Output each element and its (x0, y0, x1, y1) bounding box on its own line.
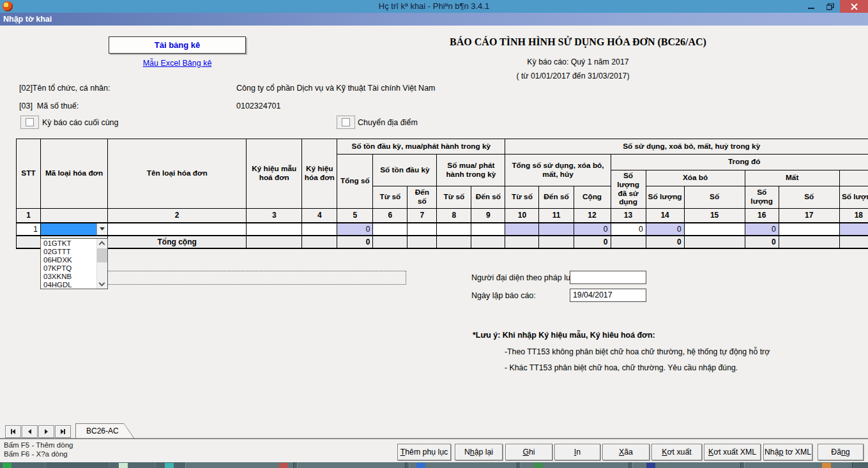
ma-loai-combobox-cell[interactable] (41, 223, 108, 236)
report-title: BÁO CÁO TÌNH HÌNH SỬ DỤNG HÓA ĐƠN (BC26/… (358, 36, 798, 48)
report-date-input[interactable]: 19/04/2017 (570, 289, 646, 302)
xoa-button[interactable]: Xãa (602, 444, 650, 460)
status-hint-f6: Bấm F6 - X?a dòng (4, 450, 68, 458)
checkbox-box[interactable] (26, 118, 34, 126)
taskbar-button[interactable] (185, 462, 294, 468)
ket-xuat-button[interactable]: Kơt xuất (651, 444, 702, 460)
col-header-tu-so: Từ số (373, 186, 407, 209)
dropdown-option[interactable]: 03XKNB (41, 273, 96, 281)
dropdown-scrollbar[interactable] (96, 239, 107, 289)
taskbar-icon[interactable] (165, 463, 174, 468)
cell-ky-hieu-mau[interactable] (247, 223, 302, 236)
status-hint-f5: Bấm F5 - Thêm dòng (4, 441, 73, 449)
col-header-den-so: Đến số (471, 186, 505, 209)
taskbar-icon[interactable] (822, 463, 831, 468)
cell-c6[interactable] (373, 223, 407, 236)
ma-loai-combobox[interactable] (41, 223, 107, 235)
first-sheet-icon[interactable] (5, 425, 21, 438)
cell-c17[interactable] (779, 223, 839, 236)
nhap-lai-button[interactable]: Nhập lại (455, 444, 503, 460)
ghi-button[interactable]: Ghi (505, 444, 552, 460)
tax-code-value: 0102324701 (236, 102, 281, 110)
taskbar-icon[interactable] (119, 463, 128, 468)
dropdown-option[interactable]: 01GTKT (41, 239, 96, 248)
taskbar-icon[interactable] (646, 463, 655, 468)
other-invoice-name-field[interactable] (107, 271, 406, 285)
nhap-to-xml-button[interactable]: Nhập tơ XML (763, 444, 812, 460)
window-title: Hç trî kª khai - Phiªn b¶n 3.4.1 (0, 0, 868, 13)
dropdown-option[interactable]: 04HGDL (41, 281, 96, 289)
col-header-so-luong: Số lượng (839, 186, 868, 209)
taskbar-button[interactable] (297, 462, 406, 468)
cell-c16: 0 (745, 223, 779, 236)
cell-c14: 0 (646, 223, 684, 236)
row-index-cell: 1 (17, 223, 41, 236)
load-bang-ke-button[interactable]: Tải bảng kê (109, 36, 246, 54)
taskbar-icon[interactable] (534, 463, 543, 468)
table-row: 1 0 0 0 0 (17, 223, 868, 236)
representative-input[interactable] (570, 271, 646, 284)
sheet-tab-bar: BC26-AC (0, 421, 868, 439)
column-number-row: 1 2 3 4 5 6 7 8 9 10 11 12 13 14 15 16 1… (17, 209, 868, 223)
col-header-ky-hieu-mau: Ký hiệu mẫu hoá đơn (247, 139, 302, 209)
next-sheet-icon[interactable] (38, 425, 54, 438)
menu-item-nhap-to-khai[interactable]: Nhập tờ khai (3, 13, 52, 26)
them-phu-luc-button[interactable]: Thêm phụ lục (397, 444, 451, 460)
excel-template-link[interactable]: Mẫu Excel Bảng kê (109, 59, 246, 68)
scroll-down-icon[interactable] (99, 280, 105, 287)
taskbar[interactable] (0, 462, 868, 468)
checkbox-box[interactable] (342, 118, 350, 126)
minimize-icon[interactable] (802, 0, 821, 13)
group-header-mat: Mất (745, 170, 839, 186)
move-location-checkbox[interactable] (337, 116, 355, 129)
col-header-ky-hieu: Ký hiệu hóa đơn (302, 139, 337, 209)
final-period-label: Kỳ báo cáo cuối cùng (42, 118, 119, 127)
dropdown-option[interactable]: 06HDXK (41, 256, 96, 264)
cell-ten-loai[interactable] (108, 223, 247, 236)
in-button[interactable]: In (554, 444, 600, 460)
ket-xuat-xml-button[interactable]: Kơt xuất XML (704, 444, 761, 460)
col-header-den-so: Đến số (539, 186, 574, 209)
taskbar-icon[interactable] (416, 463, 425, 468)
col-header-den-so: Đến số (407, 186, 437, 209)
scroll-up-icon[interactable] (99, 241, 105, 248)
cell-c7[interactable] (407, 223, 437, 236)
cell-c10 (505, 223, 539, 236)
group-header-huy-clipped (839, 170, 868, 186)
dropdown-option[interactable]: 07KPTQ (41, 264, 96, 273)
cell-c9[interactable] (471, 223, 505, 236)
chevron-down-icon (100, 227, 105, 230)
prev-sheet-icon[interactable] (22, 425, 38, 438)
taskbar-icon[interactable] (279, 463, 288, 468)
combobox-dropdown-button[interactable] (96, 223, 107, 235)
cell-ky-hieu[interactable] (302, 223, 337, 236)
group-header-so-mua: Số mua/ phát hành trong kỳ (437, 155, 505, 186)
report-period: Kỳ báo cáo: Quý 1 năm 2017 (358, 57, 798, 66)
col-header-so-luong: Số lượng (646, 186, 684, 209)
final-period-checkbox[interactable] (20, 116, 39, 129)
cell-c13[interactable]: 0 (611, 223, 646, 236)
cell-c11 (539, 223, 574, 236)
last-sheet-icon[interactable] (55, 425, 71, 438)
taskbar-icon[interactable] (3, 463, 11, 468)
scrollbar-thumb[interactable] (97, 248, 107, 262)
combobox-field[interactable] (41, 223, 96, 235)
tab-bc26-ac[interactable]: BC26-AC (75, 423, 134, 438)
htkk-window: Hç trî kª khai - Phiªn b¶n 3.4.1 Nhập tờ… (0, 0, 868, 468)
dropdown-option[interactable]: 02GTTT (41, 248, 96, 256)
cell-c8[interactable] (437, 223, 471, 236)
group-header-trong-do: Trong đó (611, 155, 868, 170)
note-title: *Lưu ý: Khi nhập Ký hiệu mẫu, Ký hiêu ho… (473, 331, 655, 340)
cell-c15[interactable] (684, 223, 745, 236)
close-icon[interactable] (840, 0, 868, 13)
col-header-tong-so: Tổng số (337, 155, 373, 209)
cell-c12: 0 (574, 223, 611, 236)
col-header-so-luong: Số lượng (745, 186, 779, 209)
taskbar-button[interactable] (744, 462, 853, 468)
col-header-stt: STT (17, 139, 41, 209)
col-header-tu-so: Từ số (437, 186, 471, 209)
dong-button[interactable]: Đăng (818, 444, 864, 460)
col-header-ten-loai: Tên loại hóa đơn (108, 139, 247, 209)
total-label: Tổng cộng (108, 236, 247, 248)
restore-icon[interactable] (821, 0, 840, 13)
